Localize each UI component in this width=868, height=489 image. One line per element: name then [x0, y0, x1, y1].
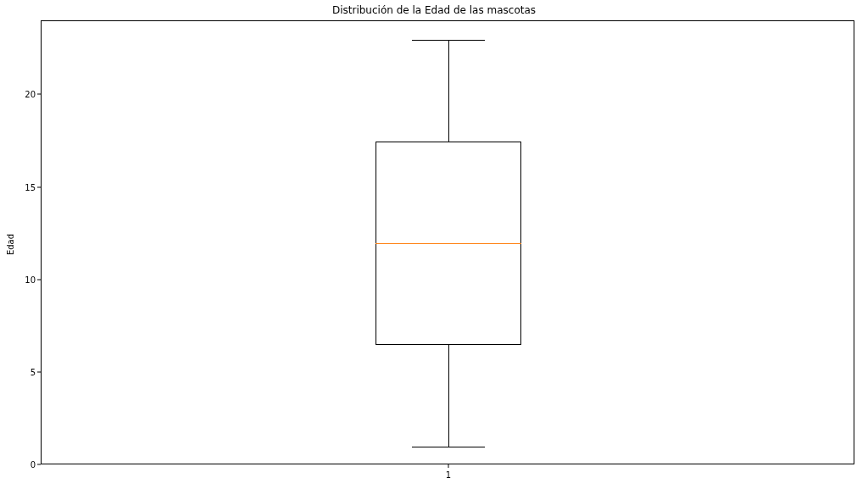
boxplot-whisker-upper	[448, 40, 449, 142]
y-axis-label: Edad	[7, 234, 16, 255]
boxplot-cap-upper	[412, 40, 485, 41]
y-tick-mark	[37, 279, 41, 280]
y-tick-label: 15	[0, 182, 41, 192]
figure: Distribución de la Edad de las mascotas …	[0, 0, 868, 489]
y-tick-label: 0	[0, 460, 41, 470]
y-tick-label: 10	[0, 275, 41, 284]
y-tick-mark	[37, 186, 41, 187]
y-axis-label-container: Edad	[5, 0, 17, 489]
boxplot-whisker-lower	[448, 345, 449, 447]
axes-area: 1	[41, 20, 854, 464]
boxplot-median	[376, 243, 522, 244]
x-tick-mark	[448, 464, 449, 468]
y-tick-mark	[37, 371, 41, 372]
y-tick-label: 5	[0, 367, 41, 376]
y-tick-label: 20	[0, 90, 41, 99]
boxplot-cap-lower	[412, 447, 485, 447]
y-tick-mark	[37, 464, 41, 465]
y-tick-mark	[37, 94, 41, 95]
x-tick-label: 1	[446, 467, 451, 480]
chart-title: Distribución de la Edad de las mascotas	[0, 4, 868, 16]
